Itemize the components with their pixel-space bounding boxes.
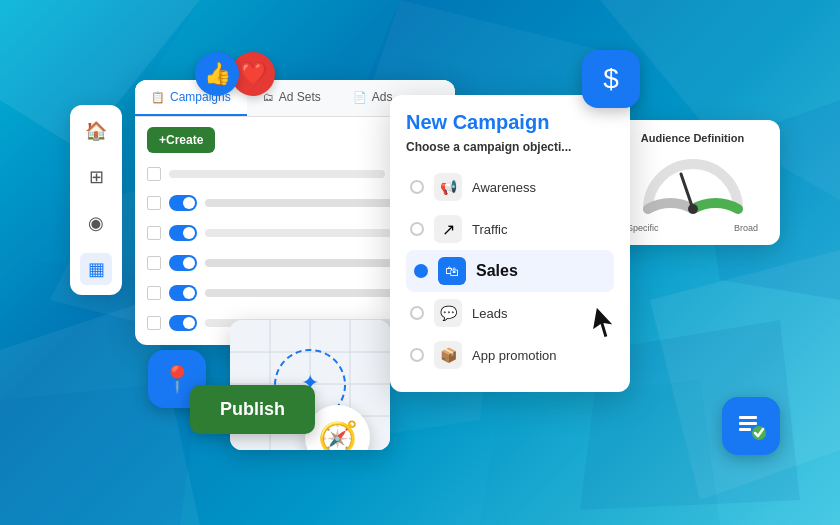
adsets-tab-label: Ad Sets — [279, 90, 321, 104]
sales-label: Sales — [476, 262, 518, 280]
sidebar: 🏠 ⊞ ◉ ▦ — [70, 105, 122, 295]
app-label: App promotion — [472, 348, 557, 363]
svg-rect-24 — [739, 416, 757, 419]
row-checkbox[interactable] — [147, 316, 161, 330]
broad-label: Broad — [734, 223, 758, 233]
ads-tab-icon: 📄 — [353, 91, 367, 104]
new-campaign-modal: New Campaign Choose a campaign objecti..… — [390, 95, 630, 392]
app-icon: 📦 — [434, 341, 462, 369]
dollar-sign: $ — [603, 63, 619, 95]
campaign-option-traffic[interactable]: ↗ Traffic — [406, 208, 614, 250]
row-toggle[interactable] — [169, 225, 197, 241]
dollar-bubble: $ — [582, 50, 640, 108]
row-bar — [169, 170, 385, 178]
row-checkbox[interactable] — [147, 226, 161, 240]
svg-rect-26 — [739, 428, 751, 431]
audience-definition-panel: Audience Definition Specific Broad — [605, 120, 780, 245]
row-toggle[interactable] — [169, 285, 197, 301]
row-toggle[interactable] — [169, 255, 197, 271]
radio-traffic[interactable] — [410, 222, 424, 236]
thumbs-up-icon: 👍 — [195, 52, 239, 96]
gauge-chart — [633, 154, 753, 219]
sales-icon: 🛍 — [438, 257, 466, 285]
checklist-svg — [735, 410, 767, 442]
row-checkbox[interactable] — [147, 196, 161, 210]
row-checkbox[interactable] — [147, 167, 161, 181]
radio-app[interactable] — [410, 348, 424, 362]
cursor-svg — [588, 303, 624, 344]
radio-sales[interactable] — [414, 264, 428, 278]
campaign-option-leads[interactable]: 💬 Leads — [406, 292, 614, 334]
create-button-label: +Create — [159, 133, 203, 147]
campaign-option-app[interactable]: 📦 App promotion — [406, 334, 614, 376]
gauge-labels: Specific Broad — [617, 223, 768, 233]
leads-icon: 💬 — [434, 299, 462, 327]
awareness-label: Awareness — [472, 180, 536, 195]
modal-title: New Campaign — [406, 111, 614, 134]
audience-title: Audience Definition — [617, 132, 768, 144]
row-checkbox[interactable] — [147, 286, 161, 300]
ads-tab-label: Ads — [372, 90, 393, 104]
svg-rect-25 — [739, 422, 757, 425]
publish-label: Publish — [220, 399, 285, 419]
row-checkbox[interactable] — [147, 256, 161, 270]
create-button[interactable]: +Create — [147, 127, 215, 153]
sidebar-gauge-icon[interactable]: ◉ — [80, 207, 112, 239]
sidebar-grid-icon[interactable]: ⊞ — [80, 161, 112, 193]
awareness-icon: 📢 — [434, 173, 462, 201]
location-icon: 📍 — [161, 364, 193, 395]
modal-subtitle: Choose a campaign objecti... — [406, 140, 614, 154]
campaign-option-awareness[interactable]: 📢 Awareness — [406, 166, 614, 208]
row-toggle[interactable] — [169, 195, 197, 211]
traffic-icon: ↗ — [434, 215, 462, 243]
sidebar-table-icon[interactable]: ▦ — [80, 253, 112, 285]
radio-leads[interactable] — [410, 306, 424, 320]
checklist-bubble — [722, 397, 780, 455]
leads-label: Leads — [472, 306, 507, 321]
traffic-label: Traffic — [472, 222, 507, 237]
campaigns-tab-icon: 📋 — [151, 91, 165, 104]
specific-label: Specific — [627, 223, 659, 233]
sidebar-home-icon[interactable]: 🏠 — [80, 115, 112, 147]
row-toggle[interactable] — [169, 315, 197, 331]
radio-awareness[interactable] — [410, 180, 424, 194]
campaign-option-sales[interactable]: 🛍 Sales — [406, 250, 614, 292]
publish-button[interactable]: Publish — [190, 385, 315, 434]
svg-point-14 — [688, 204, 698, 214]
social-icons-group: 👍 ❤️ — [195, 52, 275, 96]
gauge-container — [617, 154, 768, 219]
ui-layer: 👍 ❤️ $ 🏠 ⊞ ◉ ▦ 📋 Campaigns 🗂 Ad Sets 📄 — [0, 0, 840, 525]
